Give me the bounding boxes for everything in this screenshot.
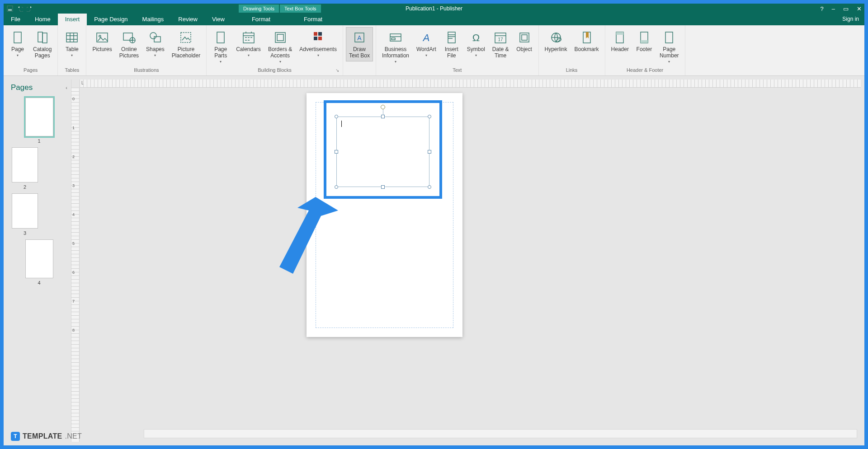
dropdown-icon: ▾ [475, 53, 477, 57]
ribbon-online-pictures-button[interactable]: Online Pictures [116, 27, 142, 61]
advertisements-icon [310, 29, 326, 46]
svg-rect-16 [277, 34, 283, 41]
svg-rect-1 [8, 9, 12, 11]
minimize-icon[interactable]: – [832, 5, 835, 12]
resize-handle-e[interactable] [428, 150, 431, 154]
ribbon-page-number-button[interactable]: Page Number▾ [656, 27, 682, 66]
ribbon-object-button[interactable]: Object [513, 27, 536, 55]
resize-handle-ne[interactable] [428, 115, 431, 118]
ribbon-date-time-button[interactable]: 17Date & Time [489, 27, 512, 61]
tab-format-drawing[interactable]: Format [241, 14, 281, 25]
redo-icon[interactable] [26, 5, 33, 12]
watermark: T TEMPLATE.NET [11, 432, 82, 441]
ribbon-button-label: Page Number [660, 47, 679, 59]
hruler-ticks [80, 80, 861, 87]
svg-rect-14 [243, 33, 254, 43]
ribbon-catalog-pages-button[interactable]: Catalog Pages [30, 27, 55, 61]
business-information-icon [387, 29, 404, 46]
ribbon-group-label: Pages [6, 67, 55, 75]
ribbon-header-button[interactable]: Header [608, 27, 632, 55]
resize-handle-n[interactable] [381, 115, 385, 118]
resize-handle-sw[interactable] [335, 185, 338, 189]
dropdown-icon: ▾ [668, 60, 670, 64]
canvas-area[interactable]: L 012345678 [71, 80, 861, 442]
ribbon-footer-button[interactable]: Footer [633, 27, 656, 55]
page-thumb-preview [25, 239, 53, 278]
watermark-suffix: .NET [65, 432, 82, 440]
date-time-icon: 17 [492, 29, 509, 46]
ribbon-page-button[interactable]: Page▾ [6, 27, 29, 60]
ribbon-business-information-button[interactable]: Business Information▾ [379, 27, 412, 66]
svg-text:A: A [422, 32, 430, 43]
dropdown-icon: ▾ [220, 60, 222, 64]
ruler-number: 7 [72, 299, 75, 304]
ribbon-insert-file-button[interactable]: Insert File [440, 27, 463, 61]
tab-insert[interactable]: Insert [58, 14, 87, 25]
ribbon-shapes-button[interactable]: Shapes▾ [143, 27, 168, 60]
ribbon-borders-accents-button[interactable]: Borders & Accents▾ [265, 27, 295, 66]
collapse-panel-icon[interactable]: ‹ [66, 85, 67, 90]
svg-rect-24 [392, 38, 395, 40]
ribbon-draw-text-box-button[interactable]: ADraw Text Box [346, 27, 373, 61]
ribbon-symbol-button[interactable]: ΩSymbol▾ [464, 27, 488, 60]
text-box[interactable] [336, 117, 429, 187]
tab-file[interactable]: File [4, 14, 28, 25]
help-icon[interactable]: ? [821, 5, 824, 12]
dialog-launcher-icon[interactable]: ↘ [335, 68, 339, 73]
svg-point-33 [556, 37, 561, 42]
ribbon-group-pages: Page▾Catalog PagesPages [4, 25, 58, 75]
tab-format-textbox[interactable]: Format [293, 14, 333, 25]
borders-accents-icon [272, 29, 288, 46]
ribbon-hyperlink-button[interactable]: Hyperlink [542, 27, 571, 55]
tab-page-design[interactable]: Page Design [87, 14, 135, 25]
ribbon-group-text: Business Information▾AWordArt▾Insert Fil… [376, 25, 539, 75]
ribbon-picture-placeholder-button[interactable]: Picture Placeholder [169, 27, 203, 61]
ribbon-group-label [346, 67, 373, 75]
undo-icon[interactable] [16, 5, 24, 12]
save-icon[interactable] [6, 5, 14, 12]
resize-handle-w[interactable] [335, 150, 338, 154]
sign-in-link[interactable]: Sign in [837, 14, 864, 25]
ribbon-page-parts-button[interactable]: Page Parts▾ [209, 27, 232, 66]
pages-panel-label: Pages [11, 83, 33, 92]
vertical-ruler: 012345678 [71, 88, 80, 442]
rotation-handle[interactable] [381, 105, 385, 109]
ribbon-button-label: WordArt [416, 47, 436, 53]
close-icon[interactable]: ✕ [857, 5, 862, 12]
page-thumb-1[interactable]: 1 [12, 98, 66, 144]
resize-handle-s[interactable] [381, 185, 385, 189]
ribbon-pictures-button[interactable]: Pictures [89, 27, 115, 55]
svg-rect-18 [318, 32, 322, 36]
tab-home[interactable]: Home [28, 14, 58, 25]
ruler-number: 6 [72, 270, 75, 275]
page-thumb-preview [12, 193, 38, 229]
page-thumb-2[interactable]: 2 [12, 147, 38, 190]
tab-view[interactable]: View [205, 14, 232, 25]
ribbon-advertisements-button[interactable]: Advertisements▾ [296, 27, 340, 60]
maximize-icon[interactable]: ▭ [843, 5, 849, 12]
resize-handle-nw[interactable] [335, 115, 338, 118]
page-thumbnails: 1234 [9, 96, 69, 287]
ribbon-group-label: Header & Footer [608, 67, 682, 75]
tab-mailings[interactable]: Mailings [135, 14, 171, 25]
ribbon-bookmark-button[interactable]: Bookmark [571, 27, 602, 55]
svg-rect-31 [522, 35, 527, 40]
ribbon-calendars-button[interactable]: Calendars▾ [233, 27, 264, 60]
ribbon-button-label: Header [611, 47, 629, 53]
page-thumb-4[interactable]: 4 [12, 239, 66, 285]
ruler-number: 5 [72, 241, 75, 246]
tab-review[interactable]: Review [171, 14, 205, 25]
ribbon-table-button[interactable]: Table▾ [61, 27, 83, 60]
ribbon-button-label: Draw Text Box [349, 47, 370, 59]
svg-rect-11 [154, 37, 160, 42]
resize-handle-se[interactable] [428, 185, 431, 189]
horizontal-scrollbar[interactable] [144, 429, 857, 438]
page-thumb-preview [12, 147, 38, 182]
ribbon-button-label: Shapes [146, 47, 165, 53]
ribbon-wordart-button[interactable]: AWordArt▾ [413, 27, 439, 60]
page-thumb-3[interactable]: 3 [12, 193, 38, 236]
vruler-numbers: 012345678 [72, 97, 75, 332]
svg-rect-17 [314, 32, 317, 36]
svg-rect-19 [314, 37, 317, 40]
ribbon-group-tables: Table▾Tables [58, 25, 86, 75]
